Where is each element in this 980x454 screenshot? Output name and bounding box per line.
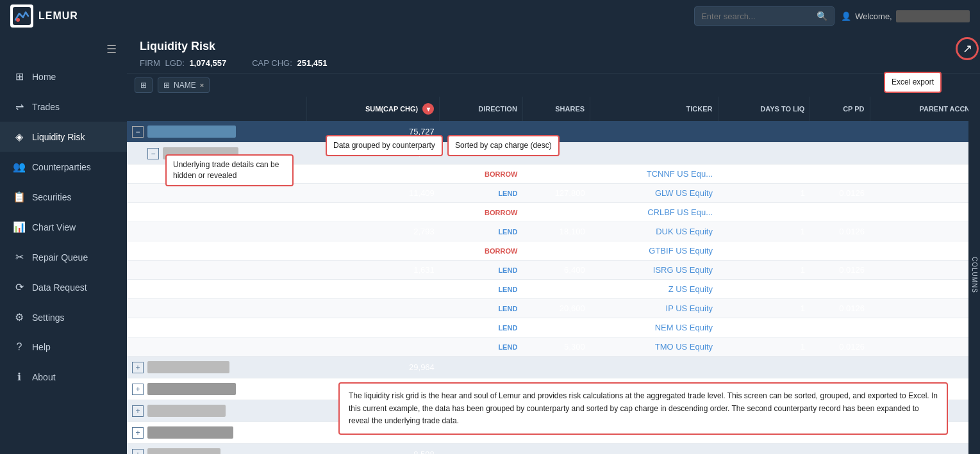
table-row: LEND 35,200 NEM US Equity 1 0.0126: [127, 318, 980, 337]
table-row: + ██ 12,182: [127, 422, 980, 444]
sidebar-toggle[interactable]: ☰: [0, 37, 127, 61]
group-parent-accnt: [870, 121, 979, 143]
subgroup-ticker: [590, 143, 718, 165]
child-direction: LEND: [440, 261, 523, 280]
firm-label: FIRM: [140, 58, 160, 68]
child-sum-cap-chg: [306, 318, 440, 337]
child-parent-accnt: [870, 203, 979, 222]
child-days-to-liq: 1: [718, 280, 810, 299]
search-input[interactable]: [695, 8, 810, 25]
child-direction: LEND: [440, 337, 523, 357]
group-ticker: [590, 121, 718, 143]
search-box: 🔍: [694, 6, 835, 26]
export-icon-button[interactable]: ↗: [956, 37, 979, 60]
group-sum-cap-chg: 75,727: [306, 121, 440, 143]
child-parent-accnt: [870, 165, 979, 184]
expand-button[interactable]: +: [132, 449, 144, 455]
child-parent-accnt: [870, 222, 979, 241]
collapsed-name-cell: + ██: [127, 378, 306, 400]
child-direction: BORROW: [440, 241, 523, 261]
sidebar-item-home[interactable]: ⊞ Home: [0, 61, 127, 92]
sidebar-item-securities[interactable]: 📋 Securities: [0, 182, 127, 212]
repair-queue-icon: ✂: [13, 251, 26, 263]
sidebar-item-trades[interactable]: ⇌ Trades: [0, 92, 127, 122]
sidebar-label-settings: Settings: [32, 312, 65, 323]
sidebar-item-counterparties[interactable]: 👥 Counterparties: [0, 152, 127, 182]
sidebar-item-about[interactable]: ℹ About: [0, 362, 127, 392]
table-row: 1,631 LEND 6,400 ISRG US Equity 1 0.0126: [127, 261, 980, 280]
collapse-button[interactable]: −: [132, 126, 144, 138]
table-row: + ██ 29,964: [127, 357, 980, 378]
sidebar-item-help[interactable]: ? Help: [0, 332, 127, 362]
cap-chg-value: 251,451: [297, 58, 327, 68]
columns-bar[interactable]: Columns: [968, 97, 980, 454]
child-ticker: Z US Equity: [590, 280, 718, 299]
col-parent-accnt[interactable]: PARENT ACCNT: [870, 97, 979, 121]
child-name: [127, 337, 306, 357]
collapsed-name-cell: + ██: [127, 444, 306, 455]
col-sum-cap-chg[interactable]: SUM(CAP CHG) ▼: [306, 97, 440, 121]
col-ticker[interactable]: TICKER: [590, 97, 718, 121]
child-shares: 35,200: [522, 318, 590, 337]
table-row: + ██ 15,502: [127, 400, 980, 422]
child-days-to-liq: 1: [718, 184, 810, 203]
child-days-to-liq: 16.64: [718, 203, 810, 222]
table-row: 11,409 LEND 127,800 GLW US Equity 1 0.01…: [127, 184, 980, 203]
subgroup-name: ██: [163, 147, 238, 159]
col-days-to-liq[interactable]: DAYS TO LIQ: [718, 97, 810, 121]
child-sum-cap-chg: 1,631: [306, 261, 440, 280]
table-row: 493 LEND 5,900 Z US Equity 1 0.0126: [127, 280, 980, 299]
sidebar-label-securities: Securities: [32, 192, 71, 202]
child-ticker: GTBIF US Equity: [590, 241, 718, 261]
child-direction: LEND: [440, 222, 523, 241]
app-name: LEMUR: [38, 10, 78, 22]
sidebar-label-counterparties: Counterparties: [32, 162, 91, 172]
table-row: − ██ 65,862: [127, 143, 980, 165]
sidebar-item-chart-view[interactable]: 📊 Chart View: [0, 212, 127, 242]
group-button[interactable]: ⊞: [135, 77, 153, 93]
child-name: [127, 203, 306, 222]
collapsed-sum-cap-chg: 24,468: [306, 378, 440, 400]
sidebar-item-settings[interactable]: ⚙ Settings: [0, 302, 127, 332]
grid-container[interactable]: SUM(CAP CHG) ▼ DIRECTION SHARES TICKER D…: [127, 97, 980, 454]
expand-button[interactable]: +: [132, 384, 144, 395]
child-ticker: TMO US Equity: [590, 337, 718, 357]
expand-button[interactable]: +: [132, 427, 144, 439]
group-btn-icon: ⊞: [140, 81, 147, 90]
subgroup-name-cell: − ██: [127, 143, 306, 165]
col-shares[interactable]: SHARES: [522, 97, 590, 121]
child-days-to-liq: 1: [718, 337, 810, 357]
collapsed-name-cell: + ██: [127, 400, 306, 422]
sidebar-label-data-request: Data Request: [32, 282, 87, 293]
group-name: ██: [147, 126, 236, 138]
remove-group-button[interactable]: ×: [200, 81, 204, 89]
col-direction[interactable]: DIRECTION: [440, 97, 523, 121]
grid-header-row: SUM(CAP CHG) ▼ DIRECTION SHARES TICKER D…: [127, 97, 980, 121]
child-ticker: ISRG US Equity: [590, 261, 718, 280]
table-row: + ██ 24,468: [127, 378, 980, 400]
content-area: Liquidity Risk FIRM LGD: 1,074,557 CAP C…: [127, 32, 980, 454]
sidebar-item-liquidity-risk[interactable]: ◈ Liquidity Risk: [0, 122, 127, 152]
lgd-value: 1,074,557: [189, 58, 226, 68]
child-name: [127, 165, 306, 184]
group-days-to-liq: [718, 121, 810, 143]
about-icon: ℹ: [13, 371, 26, 383]
sidebar-item-data-request[interactable]: ⟳ Data Request: [0, 272, 127, 302]
child-direction: LEND: [440, 184, 523, 203]
collapse-button[interactable]: −: [147, 148, 159, 159]
child-shares: 881,500: [522, 203, 590, 222]
child-ticker: GLW US Equity: [590, 184, 718, 203]
sidebar-item-repair-queue[interactable]: ✂ Repair Queue: [0, 242, 127, 272]
col-cp-pd[interactable]: CP PD: [810, 97, 870, 121]
liquidity-risk-icon: ◈: [13, 131, 26, 143]
search-button[interactable]: 🔍: [810, 7, 834, 25]
expand-button[interactable]: +: [132, 405, 144, 417]
child-shares: 127,800: [522, 184, 590, 203]
child-name: [127, 222, 306, 241]
child-name: [127, 318, 306, 337]
username: ██████: [896, 10, 970, 22]
sidebar-label-chart-view: Chart View: [32, 222, 76, 232]
expand-button[interactable]: +: [132, 362, 144, 373]
child-sum-cap-chg: 6,811: [306, 203, 440, 222]
group-tag-label: NAME: [174, 81, 196, 90]
